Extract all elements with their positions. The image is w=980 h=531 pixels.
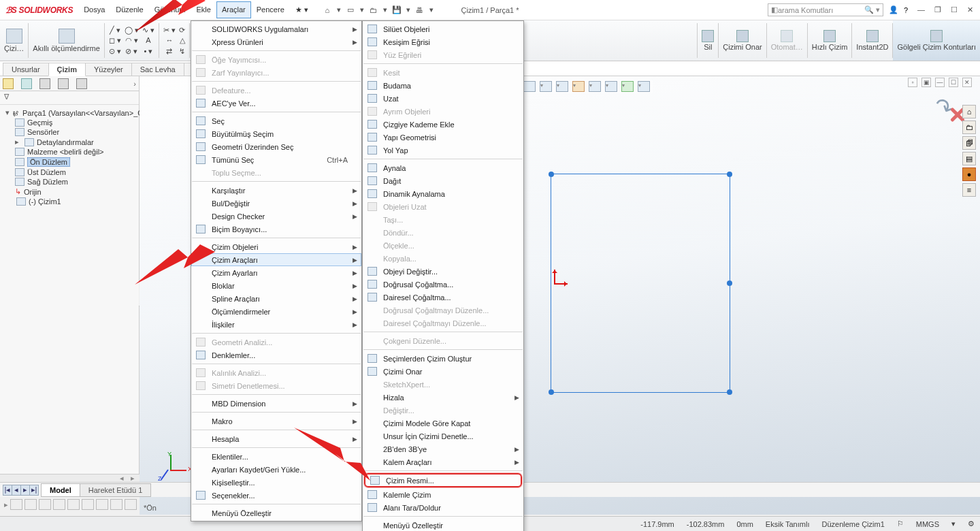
ribbon-delete[interactable]: Sil xyxy=(698,20,718,61)
tab-next-icon[interactable]: ▸ xyxy=(20,485,30,496)
menu-item[interactable]: Hizala▶ xyxy=(363,391,523,404)
select-box-icon[interactable] xyxy=(24,499,37,510)
menu-item[interactable]: Çizgiye Kademe Ekle xyxy=(363,118,523,131)
menu-item[interactable]: Geometri Üzerinden Seç xyxy=(191,140,361,153)
restore-button[interactable]: ❐ xyxy=(934,5,941,14)
status-gear-icon[interactable]: ⚙ xyxy=(968,519,975,528)
qat-open-icon[interactable]: 🗀 xyxy=(367,3,380,17)
tab-prev-icon[interactable]: ◂ xyxy=(12,485,21,496)
tree-origin[interactable]: ↳Orijin xyxy=(1,187,137,197)
menu-item[interactable]: Seçimlerden Çizim Oluştur xyxy=(363,352,523,365)
menu-item[interactable]: Aynala xyxy=(363,161,523,174)
ribbon-shaded-contours[interactable]: Gölgeli Çizim Konturları xyxy=(893,20,980,61)
ribbon-sketch[interactable]: Çizi… xyxy=(0,20,28,61)
select-filter-icon[interactable] xyxy=(67,499,80,510)
menu-pin-icon[interactable]: ★ ▾ xyxy=(290,1,314,18)
horizontal-scrollbar[interactable]: ◂▸ xyxy=(0,474,140,482)
gw-tile-icon[interactable]: ▣ xyxy=(921,78,931,87)
menu-item[interactable]: SOLIDWORKS Uygulamaları▶ xyxy=(191,22,361,35)
menu-item[interactable]: 2B'den 3B'ye▶ xyxy=(363,442,523,455)
menu-item[interactable]: Çizim Ayarları▶ xyxy=(191,266,361,279)
maximize-button[interactable]: ☐ xyxy=(951,5,958,14)
status-flag-icon[interactable]: ⚐ xyxy=(897,519,904,528)
menu-item[interactable]: Tümünü SeçCtrl+A xyxy=(191,153,361,166)
menu-item[interactable]: Bul/Değiştir▶ xyxy=(191,197,361,210)
ribbon-rapid-sketch[interactable]: Hızlı Çizim xyxy=(808,20,852,61)
select-other-icon[interactable] xyxy=(53,499,65,510)
view-section-icon[interactable] xyxy=(556,81,568,92)
help-icon[interactable]: ? xyxy=(904,6,908,14)
view-orientation-icon[interactable] xyxy=(572,81,585,92)
menu-item[interactable]: Makro▶ xyxy=(191,415,361,428)
menu-item[interactable]: Objeyi Değiştir... xyxy=(363,265,523,278)
tree-sensors[interactable]: Sensörler xyxy=(1,127,137,137)
menu-item[interactable]: İlişkiler▶ xyxy=(191,318,361,331)
menu-item[interactable]: Bloklar▶ xyxy=(191,279,361,292)
tree-sketch1[interactable]: (-) Çizim1 xyxy=(1,197,137,206)
menu-dosya[interactable]: Dosya xyxy=(78,1,110,18)
user-icon[interactable]: 👤 xyxy=(889,5,898,14)
view-zoom-fit-icon[interactable] xyxy=(523,81,536,92)
close-button[interactable]: ✕ xyxy=(967,5,973,14)
tree-history[interactable]: Geçmiş xyxy=(1,118,137,127)
menu-item[interactable]: Seç xyxy=(191,114,361,127)
menu-araclar[interactable]: Araçlar xyxy=(216,1,251,18)
fm-tab-3[interactable] xyxy=(39,78,50,89)
sketch-rectangle[interactable] xyxy=(551,174,730,393)
gw-min-icon[interactable]: — xyxy=(935,78,945,87)
view-scene-icon[interactable] xyxy=(638,81,650,92)
menu-item[interactable]: Kalemle Çizim xyxy=(363,488,523,501)
view-display-style-icon[interactable] xyxy=(589,81,601,92)
tab-first-icon[interactable]: |◂ xyxy=(3,485,12,496)
tree-top-plane[interactable]: Üst Düzlem xyxy=(1,167,137,177)
menu-item[interactable]: Çizimi Onar xyxy=(363,365,523,378)
select-more4-icon[interactable] xyxy=(125,499,137,510)
select-cursor-icon[interactable] xyxy=(10,499,22,510)
menu-item[interactable]: Dağıt xyxy=(363,174,523,187)
tab-model[interactable]: Model xyxy=(41,483,80,497)
tree-annotations[interactable]: ▸Detaylandırmalar xyxy=(1,137,137,147)
menu-item[interactable]: Biçim Boyayıcı... xyxy=(191,223,361,236)
tab-motion-study[interactable]: Hareket Etüdü 1 xyxy=(80,483,152,497)
select-lasso-icon[interactable] xyxy=(39,499,51,510)
tp-home-icon[interactable]: ⌂ xyxy=(962,105,976,118)
tree-right-plane[interactable]: Sağ Düzlem xyxy=(1,177,137,187)
menu-item-sketch-picture[interactable]: Çizim Resmi... xyxy=(364,473,522,487)
qat-save-icon[interactable]: 💾 xyxy=(390,3,404,17)
menu-item[interactable]: AEC'ye Ver... xyxy=(191,97,361,110)
fm-tab-4[interactable] xyxy=(58,78,69,89)
fm-tab-5[interactable] xyxy=(76,78,87,89)
tp-library-icon[interactable]: 🗀 xyxy=(962,120,976,134)
qat-new-icon[interactable]: ▭ xyxy=(344,3,357,17)
menu-item[interactable]: Çizim Objeleri▶ xyxy=(191,240,361,253)
tab-unsurlar[interactable]: Unsurlar xyxy=(3,63,49,76)
menu-item[interactable]: Doğrusal Çoğaltma... xyxy=(363,278,523,291)
select-more2-icon[interactable] xyxy=(96,499,108,510)
menu-item[interactable]: Xpress Ürünleri▶ xyxy=(191,35,361,48)
sketch-point[interactable] xyxy=(727,280,732,286)
tab-yuzeyler[interactable]: Yüzeyler xyxy=(85,63,132,76)
view-zoom-icon[interactable] xyxy=(540,81,552,92)
menu-pencere[interactable]: Pencere xyxy=(251,1,290,18)
ribbon-instant2d[interactable]: Instant2D xyxy=(852,20,892,61)
tree-root[interactable]: ▾🝳Parça1 (Varsayılan<<Varsayılan>_Gö xyxy=(1,108,137,118)
menu-item[interactable]: Çizimi Modele Göre Kapat xyxy=(363,417,523,430)
gw-max-icon[interactable]: ☐ xyxy=(949,78,958,87)
menu-item[interactable]: Çizim Araçları▶ xyxy=(191,253,361,266)
sketch-point[interactable] xyxy=(727,389,732,395)
menu-item[interactable]: Yapı Geometrisi xyxy=(363,131,523,144)
menu-item[interactable]: Silüet Objeleri xyxy=(363,22,523,35)
menu-item[interactable]: Büyütülmüş Seçim xyxy=(191,127,361,140)
menu-item[interactable]: Kalem Araçları▶ xyxy=(363,455,523,468)
fm-tab-1[interactable] xyxy=(3,78,14,89)
fm-tab-overflow[interactable]: › xyxy=(133,80,136,88)
qat-print-icon[interactable]: 🖶 xyxy=(413,3,427,17)
menu-item[interactable]: Budama xyxy=(363,79,523,92)
search-icon[interactable]: 🔍 ▾ xyxy=(864,5,880,14)
tp-search-icon[interactable]: 🗐 xyxy=(962,136,976,150)
menu-item[interactable]: Unsur İçin Çizimi Denetle... xyxy=(363,430,523,442)
menu-item[interactable]: Design Checker▶ xyxy=(191,210,361,223)
fm-filter[interactable]: ∇ xyxy=(0,91,139,105)
menu-item[interactable]: Denklemler... xyxy=(191,349,361,361)
gw-close-icon[interactable]: ✕ xyxy=(962,78,972,87)
